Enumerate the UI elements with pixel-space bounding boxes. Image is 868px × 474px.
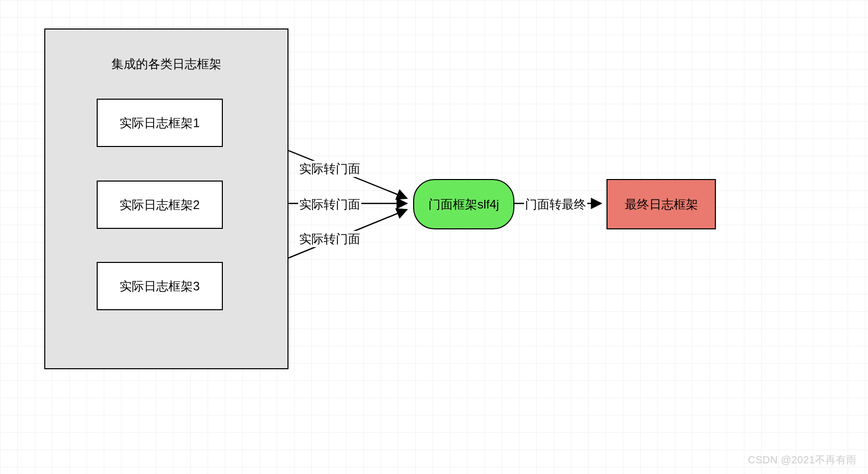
edge-label-bridge2: 实际转门面 [298,196,361,213]
frame-title: 集成的各类日志框架 [45,56,287,72]
actual-framework-3: 实际日志框架3 [97,262,223,310]
watermark: CSDN @2021不再有雨 [748,453,857,467]
final-framework: 最终日志框架 [606,179,716,229]
actual-framework-1: 实际日志框架1 [97,99,223,147]
edge-label-bridge1: 实际转门面 [298,161,361,177]
facade-slf4j: 门面框架slf4j [413,179,514,229]
edge-label-to-final: 门面转最终 [524,196,587,213]
diagram-canvas: 集成的各类日志框架 实际日志框架1 实际日志框架2 实际日志框架3 门面框架sl… [0,0,868,474]
actual-framework-2: 实际日志框架2 [97,181,223,229]
edge-label-bridge3: 实际转门面 [298,231,361,247]
